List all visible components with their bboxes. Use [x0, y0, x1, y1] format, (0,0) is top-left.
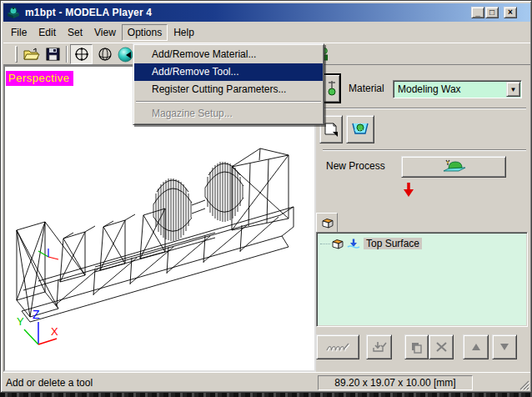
save-icon — [46, 48, 60, 61]
separator — [323, 108, 526, 109]
status-message: Add or delete a tool — [6, 377, 93, 389]
menu-item-register-cutting-parameters[interactable]: Register Cutting Parameters... — [134, 81, 323, 98]
axis-z-label: Z — [33, 308, 40, 321]
pan-view-button[interactable] — [70, 44, 93, 64]
cube-icon — [331, 239, 344, 249]
options-dropdown-menu: Add/Remove Material... Add/Remove Tool..… — [133, 43, 324, 125]
control-panel: Material Modeling Wax ▼ New Process — [316, 65, 530, 372]
app-window: m1bpt - MODELA Player 4 _ □ × File Edit … — [0, 0, 532, 393]
background-window-edge — [0, 393, 532, 397]
cube-icon — [321, 218, 334, 229]
title-bar[interactable]: m1bpt - MODELA Player 4 _ □ × — [3, 3, 530, 22]
copy-icon — [410, 341, 423, 354]
minimize-button[interactable]: _ — [471, 7, 484, 18]
rotate-view-button[interactable] — [94, 44, 115, 64]
process-flow-arrow-icon — [402, 182, 415, 198]
surface-direction-icon — [347, 239, 360, 249]
toolbar-grip[interactable] — [15, 46, 18, 63]
app-icon — [6, 6, 21, 19]
menu-view[interactable]: View — [88, 24, 122, 41]
resize-grip[interactable] — [519, 379, 529, 390]
save-button[interactable] — [43, 44, 63, 64]
cut-button[interactable] — [366, 334, 392, 359]
open-file-button[interactable] — [21, 44, 42, 64]
menu-options[interactable]: Options — [122, 24, 168, 41]
down-triangle-icon — [499, 343, 509, 351]
material-label: Material — [349, 83, 384, 94]
move-down-button[interactable] — [492, 334, 517, 359]
axis-x-label: X — [51, 325, 58, 338]
material-cup-button[interactable] — [346, 115, 374, 143]
toolbar-separator — [66, 46, 68, 63]
material-value: Modeling Wax — [398, 83, 461, 95]
preview-toolpath-button[interactable] — [316, 334, 359, 359]
delete-process-button[interactable] — [429, 334, 454, 359]
status-bar: Add or delete a tool 89.20 x 19.07 x 10.… — [3, 372, 530, 391]
process-list-tab[interactable] — [316, 213, 338, 233]
copy-process-button[interactable] — [404, 334, 429, 359]
model-sheet-icon — [324, 121, 339, 138]
new-process-icon — [440, 159, 467, 174]
toolpath-waves-icon — [324, 341, 352, 353]
open-file-icon — [23, 48, 40, 61]
cut-icon — [372, 341, 387, 354]
separator — [323, 149, 526, 151]
chevron-down-icon[interactable]: ▼ — [506, 82, 520, 97]
material-select[interactable]: Modeling Wax ▼ — [393, 80, 522, 98]
close-button[interactable]: × — [504, 7, 517, 18]
tree-item-label[interactable]: Top Surface — [364, 238, 422, 249]
axis-y-label: Y — [17, 315, 24, 328]
menu-item-add-remove-tool[interactable]: Add/Remove Tool... — [134, 63, 323, 81]
delete-x-icon — [435, 341, 448, 353]
menu-item-add-remove-material[interactable]: Add/Remove Material... — [134, 46, 323, 63]
menu-separator — [136, 101, 321, 103]
menu-edit[interactable]: Edit — [33, 24, 62, 41]
process-tree[interactable]: Top Surface — [316, 232, 528, 327]
tree-item-top-surface[interactable]: Top Surface — [320, 237, 422, 250]
new-process-label: New Process — [326, 160, 385, 172]
view-mode-label: Perspective — [6, 71, 73, 86]
window-title: m1bpt - MODELA Player 4 — [25, 7, 152, 18]
up-triangle-icon — [471, 343, 481, 351]
maximize-button[interactable]: □ — [485, 7, 499, 18]
new-process-button[interactable] — [401, 156, 506, 178]
menu-item-magazine-setup: Magazine Setup... — [134, 105, 323, 123]
rotate-view-icon — [98, 47, 113, 62]
move-up-button[interactable] — [463, 334, 489, 359]
tree-connector — [320, 244, 330, 244]
menu-set[interactable]: Set — [62, 24, 88, 41]
pan-view-icon — [74, 47, 89, 62]
toolbar-dropdown-arrow-icon — [126, 52, 131, 58]
model-dimensions: 89.20 x 19.07 x 10.00 [mm] — [318, 375, 473, 390]
menu-help[interactable]: Help — [168, 24, 200, 41]
tool-green-icon — [324, 78, 337, 99]
material-cup-icon — [351, 122, 369, 137]
menu-bar: File Edit Set View Options Help — [3, 22, 530, 43]
menu-file[interactable]: File — [5, 24, 33, 41]
